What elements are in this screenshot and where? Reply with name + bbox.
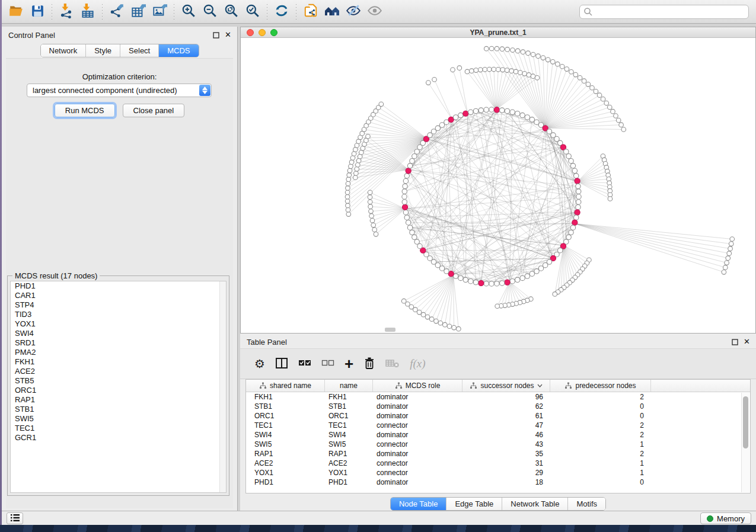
close-panel-icon[interactable]: ✕: [744, 338, 750, 345]
column-header-successor-nodes[interactable]: successor nodes: [462, 380, 550, 392]
mcds-result-item[interactable]: ACE2: [11, 367, 226, 376]
table-row[interactable]: SWI4SWI4dominator462: [246, 430, 750, 440]
cell-name: FKH1: [325, 393, 373, 401]
tab-motifs[interactable]: Motifs: [568, 498, 605, 510]
control-panel-title: Control Panel: [8, 31, 55, 40]
cell-successor-nodes: 47: [462, 421, 550, 430]
table-row[interactable]: YOX1YOX1connector291: [246, 468, 750, 477]
mcds-result-item[interactable]: SRD1: [11, 338, 226, 348]
import-table-icon: [80, 3, 95, 20]
cytoscape-window: Control Panel ✕ Network Style Select MCD…: [2, 0, 756, 525]
mcds-result-item[interactable]: PMA2: [11, 348, 226, 357]
run-mcds-button[interactable]: Run MCDS: [55, 104, 115, 117]
cell-predecessor-nodes: 2: [550, 421, 651, 430]
column-header-mcds-role[interactable]: MCDS role: [373, 380, 462, 392]
apply-layout-button[interactable]: [271, 2, 292, 21]
clone-network-button[interactable]: [300, 2, 321, 21]
mcds-result-item[interactable]: TID3: [11, 310, 226, 319]
save-floppy-icon: [30, 4, 45, 20]
select-all-button[interactable]: [298, 358, 311, 370]
zoom-out-button[interactable]: [199, 2, 221, 21]
tab-style[interactable]: Style: [86, 44, 120, 57]
add-column-button[interactable]: +: [344, 358, 353, 370]
tab-mcds[interactable]: MCDS: [159, 44, 198, 57]
column-header-name[interactable]: name: [325, 380, 373, 392]
column-type-icon: [564, 382, 572, 389]
mcds-result-item[interactable]: SWI5: [11, 414, 226, 424]
mcds-result-item[interactable]: STB1: [11, 405, 226, 414]
float-panel-icon[interactable]: [213, 32, 219, 39]
task-history-button[interactable]: [7, 512, 23, 524]
table-scrollbar[interactable]: [741, 393, 749, 492]
close-panel-icon[interactable]: ✕: [225, 31, 231, 39]
tab-edge-table[interactable]: Edge Table: [446, 498, 502, 510]
table-row[interactable]: SWI5SWI5connector431: [246, 440, 750, 449]
mcds-result-item[interactable]: CAR1: [11, 291, 226, 300]
houses-button[interactable]: [321, 2, 343, 21]
network-title: YPA_prune.txt_1: [241, 28, 755, 37]
open-file-button[interactable]: [5, 2, 27, 21]
columns-icon: [275, 357, 288, 371]
close-panel-button[interactable]: Close panel: [123, 104, 185, 117]
import-network-button[interactable]: [56, 2, 77, 21]
table-row[interactable]: ORC1ORC1dominator610: [246, 411, 750, 421]
save-session-button[interactable]: [27, 2, 48, 21]
tab-network[interactable]: Network: [40, 44, 86, 57]
deselect-all-button[interactable]: [321, 358, 334, 370]
zoom-in-icon: [181, 3, 196, 20]
tab-node-table[interactable]: Node Table: [391, 498, 447, 510]
table-row[interactable]: STB1STB1dominator620: [246, 402, 750, 411]
zoom-selected-button[interactable]: [242, 2, 263, 21]
search-input[interactable]: [579, 5, 749, 19]
mcds-result-item[interactable]: FKH1: [11, 357, 226, 367]
table-row[interactable]: PHD1PHD1dominator180: [246, 477, 750, 487]
optimization-criterion-label: Optimization criterion:: [6, 72, 233, 81]
network-hscroll-thumb[interactable]: [385, 328, 395, 332]
table-row[interactable]: ACE2ACE2connector311: [246, 459, 750, 468]
export-table-icon: [130, 3, 146, 20]
mcds-result-item[interactable]: SWI4: [11, 329, 226, 338]
control-panel-tab-bar: Network Style Select MCDS: [40, 44, 199, 57]
table-row[interactable]: FKH1FKH1dominator962: [246, 392, 750, 402]
cell-shared-name: STB1: [246, 402, 325, 411]
mcds-result-item[interactable]: GCR1: [11, 433, 226, 443]
column-header-predecessor-nodes[interactable]: predecessor nodes: [550, 380, 651, 392]
zoom-in-button[interactable]: [178, 2, 199, 21]
mcds-result-item[interactable]: ORC1: [11, 386, 226, 395]
column-type-icon: [470, 382, 477, 389]
table-scrollbar-thumb[interactable]: [743, 396, 748, 448]
export-table-button[interactable]: [127, 2, 149, 21]
mcds-result-item[interactable]: RAP1: [11, 395, 226, 405]
column-type-icon: [259, 382, 267, 389]
export-network-button[interactable]: [106, 2, 127, 21]
tab-network-table[interactable]: Network Table: [502, 498, 568, 510]
hide-selected-button[interactable]: [343, 2, 364, 21]
mcds-result-item[interactable]: STB5: [11, 376, 226, 386]
status-bar: Memory: [2, 511, 756, 525]
criterion-dropdown[interactable]: largest connected component (undirected): [27, 84, 212, 97]
zoom-fit-button[interactable]: [221, 2, 242, 21]
network-titlebar[interactable]: YPA_prune.txt_1: [241, 27, 755, 38]
mcds-result-item[interactable]: PHD1: [11, 281, 226, 291]
export-image-button[interactable]: [149, 2, 170, 21]
memory-button[interactable]: Memory: [700, 512, 751, 524]
table-settings-button[interactable]: ⚙: [254, 358, 265, 370]
network-view-window: YPA_prune.txt_1: [240, 27, 756, 334]
delete-column-button[interactable]: [363, 357, 375, 371]
tab-select[interactable]: Select: [120, 44, 159, 57]
import-table-button[interactable]: [77, 2, 98, 21]
show-columns-button[interactable]: [275, 357, 288, 371]
mcds-result-item[interactable]: TEC1: [11, 424, 226, 433]
float-panel-icon[interactable]: [732, 339, 738, 345]
mcds-result-list[interactable]: PHD1CAR1STP4TID3YOX1SWI4SRD1PMA2FKH1ACE2…: [10, 281, 227, 493]
column-header-shared-name[interactable]: shared name: [246, 380, 325, 392]
show-all-button[interactable]: [364, 2, 385, 21]
mcds-result-item[interactable]: STP4: [11, 300, 226, 310]
mcds-list-scrollbar[interactable]: [219, 281, 226, 492]
mcds-result-item[interactable]: YOX1: [11, 319, 226, 329]
network-canvas[interactable]: [241, 38, 755, 333]
column-type-icon: [395, 382, 403, 389]
cell-shared-name: ORC1: [246, 412, 325, 420]
table-row[interactable]: RAP1RAP1dominator352: [246, 449, 750, 459]
table-row[interactable]: TEC1TEC1connector472: [246, 421, 750, 430]
